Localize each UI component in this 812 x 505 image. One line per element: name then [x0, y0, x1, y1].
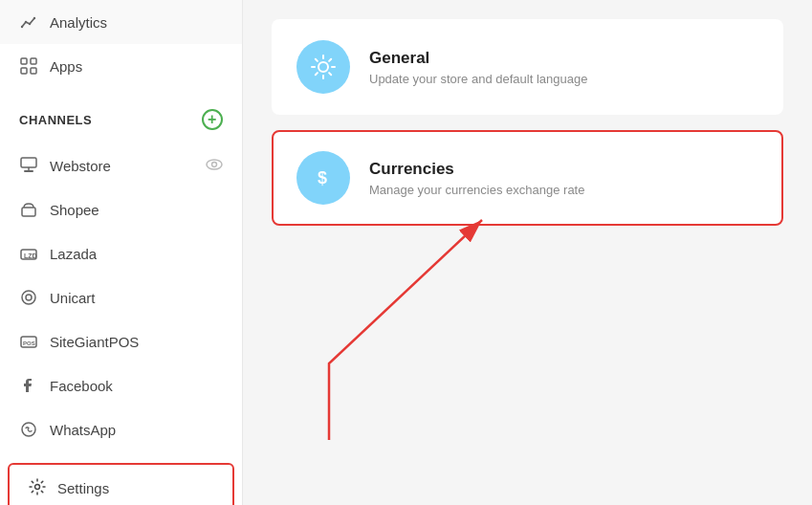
svg-rect-8	[21, 158, 36, 167]
currencies-card[interactable]: $ Currencies Manage your currencies exch…	[272, 130, 783, 226]
unicart-icon	[19, 289, 38, 306]
svg-point-22	[318, 62, 328, 72]
whatsapp-icon	[19, 421, 38, 438]
general-card-icon	[296, 40, 350, 94]
currencies-card-info: Currencies Manage your currencies exchan…	[369, 160, 584, 197]
svg-point-11	[207, 160, 222, 169]
svg-text:$: $	[318, 168, 327, 187]
sidebar-item-analytics[interactable]: Analytics	[0, 0, 242, 44]
svg-rect-7	[31, 68, 36, 74]
svg-rect-5	[31, 58, 36, 64]
lazada-icon: LZD	[19, 245, 38, 262]
sidebar-item-sitegiantpos[interactable]: POS SiteGiantPOS	[0, 319, 242, 363]
general-card-info: General Update your store and default la…	[369, 49, 587, 86]
webstore-icon	[19, 157, 38, 174]
settings-label: Settings	[57, 480, 109, 496]
sidebar-item-facebook[interactable]: Facebook	[0, 363, 242, 407]
svg-point-1	[25, 21, 27, 23]
general-card-title: General	[369, 49, 587, 68]
unicart-label: Unicart	[50, 290, 96, 306]
sidebar-item-whatsapp[interactable]: WhatsApp	[0, 407, 242, 451]
sitegiantpos-icon: POS	[19, 333, 38, 350]
currencies-card-icon: $	[296, 151, 350, 205]
svg-point-2	[29, 23, 31, 25]
svg-point-12	[212, 163, 217, 167]
general-card[interactable]: General Update your store and default la…	[272, 19, 783, 115]
svg-point-16	[22, 291, 35, 304]
svg-rect-13	[22, 208, 35, 216]
channels-header: CHANNELS +	[0, 96, 242, 143]
svg-text:POS: POS	[23, 340, 35, 346]
svg-point-3	[33, 17, 35, 19]
analytics-icon	[19, 13, 38, 31]
general-card-desc: Update your store and default language	[369, 72, 587, 86]
apps-icon	[19, 57, 38, 75]
svg-rect-9	[24, 170, 33, 172]
sidebar-item-unicart[interactable]: Unicart	[0, 275, 242, 319]
shopee-label: Shopee	[50, 202, 99, 218]
shopee-icon	[19, 201, 38, 218]
settings-icon	[29, 478, 46, 498]
facebook-label: Facebook	[50, 378, 113, 394]
sidebar-item-apps[interactable]: Apps	[0, 44, 242, 88]
sidebar-item-webstore[interactable]: Webstore	[0, 143, 242, 187]
svg-rect-4	[21, 58, 27, 64]
sidebar-item-shopee[interactable]: Shopee	[0, 187, 242, 231]
svg-point-21	[35, 485, 40, 490]
webstore-eye-icon[interactable]	[206, 157, 223, 174]
facebook-icon	[19, 377, 38, 394]
svg-point-0	[21, 26, 23, 28]
channels-header-icons: +	[202, 109, 223, 130]
sidebar-item-lazada[interactable]: LZD Lazada	[0, 231, 242, 275]
lazada-label: Lazada	[50, 246, 97, 262]
webstore-label: Webstore	[50, 158, 111, 174]
whatsapp-label: WhatsApp	[50, 422, 116, 438]
add-channel-button[interactable]: +	[202, 109, 223, 130]
currencies-card-title: Currencies	[369, 160, 584, 179]
sitegiantpos-label: SiteGiantPOS	[50, 334, 139, 350]
analytics-label: Analytics	[50, 14, 107, 31]
currencies-card-desc: Manage your currencies exchange rate	[369, 183, 584, 197]
svg-point-20	[22, 423, 35, 436]
svg-rect-6	[21, 68, 27, 74]
svg-text:LZD: LZD	[24, 252, 37, 259]
apps-label: Apps	[50, 58, 82, 75]
sidebar-item-settings[interactable]: Settings	[8, 463, 234, 505]
channels-header-label: CHANNELS	[19, 113, 92, 127]
sidebar: Analytics Apps CHANNELS +	[0, 0, 243, 505]
svg-point-17	[26, 295, 32, 300]
main-content: General Update your store and default la…	[243, 0, 812, 505]
